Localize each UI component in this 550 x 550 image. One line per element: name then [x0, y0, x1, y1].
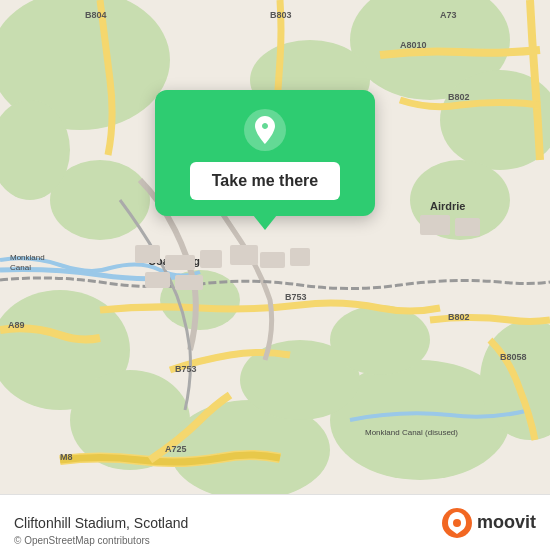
svg-text:B802: B802 [448, 92, 470, 102]
svg-text:A73: A73 [440, 10, 457, 20]
moovit-logo-icon [441, 507, 473, 539]
copyright-text: © OpenStreetMap contributors [14, 535, 150, 546]
popup-card: Take me there [155, 90, 375, 216]
svg-rect-39 [145, 272, 170, 288]
svg-rect-37 [260, 252, 285, 268]
svg-rect-41 [420, 215, 450, 235]
svg-rect-33 [135, 245, 160, 263]
svg-rect-42 [455, 218, 480, 236]
svg-text:Monkland Canal (disused): Monkland Canal (disused) [365, 428, 458, 437]
svg-point-45 [453, 519, 461, 527]
location-name: Cliftonhill Stadium, Scotland [14, 515, 188, 531]
take-me-there-button[interactable]: Take me there [190, 162, 340, 200]
svg-text:B802: B802 [448, 312, 470, 322]
bottom-bar: Cliftonhill Stadium, Scotland moovit © O… [0, 494, 550, 550]
moovit-logo: moovit [441, 507, 536, 539]
svg-rect-40 [175, 275, 203, 290]
svg-text:B803: B803 [270, 10, 292, 20]
svg-text:A8010: A8010 [400, 40, 427, 50]
svg-text:Airdrie: Airdrie [430, 200, 465, 212]
svg-text:Canal: Canal [10, 263, 31, 272]
svg-rect-38 [290, 248, 310, 266]
map-container: B804 B803 A8010 A73 B802 B802 B8058 B753… [0, 0, 550, 494]
svg-rect-36 [230, 245, 258, 265]
svg-point-11 [330, 305, 430, 375]
svg-text:A89: A89 [8, 320, 25, 330]
svg-text:B753: B753 [175, 364, 197, 374]
location-pin-icon [243, 108, 287, 152]
svg-text:B8058: B8058 [500, 352, 527, 362]
svg-text:Monkland: Monkland [10, 253, 45, 262]
svg-text:A725: A725 [165, 444, 187, 454]
svg-text:B753: B753 [285, 292, 307, 302]
svg-text:M8: M8 [60, 452, 73, 462]
svg-rect-34 [165, 255, 195, 270]
svg-text:B804: B804 [85, 10, 107, 20]
svg-rect-35 [200, 250, 222, 268]
moovit-logo-text: moovit [477, 512, 536, 533]
